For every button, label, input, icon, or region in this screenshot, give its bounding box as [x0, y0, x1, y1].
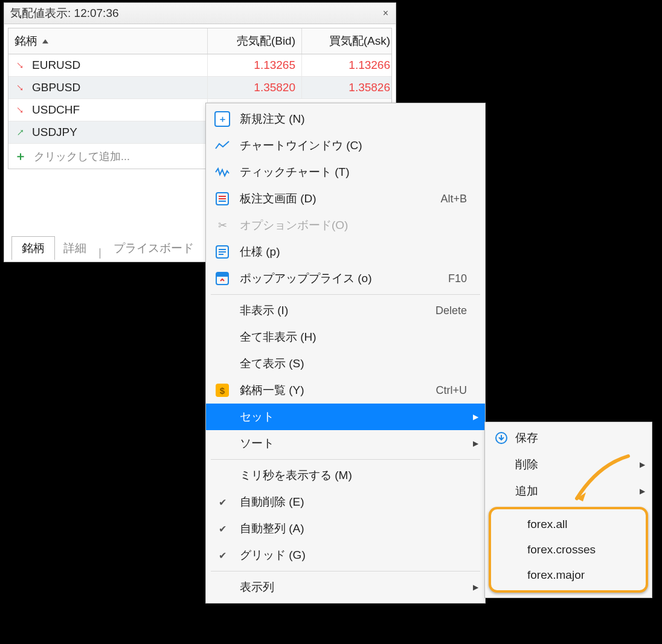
- set-forex-major[interactable]: forex.major: [491, 562, 646, 588]
- bid-value: 1.13265: [208, 54, 302, 76]
- tab-separator: |: [95, 246, 105, 259]
- menu-auto-arrange[interactable]: ✔ 自動整列 (A): [206, 515, 485, 542]
- close-icon[interactable]: ×: [381, 8, 391, 19]
- arrow-down-icon: →: [11, 79, 29, 97]
- menu-popup-prices[interactable]: ポップアッププライス (o) F10: [206, 265, 485, 292]
- spec-icon: [213, 245, 231, 259]
- ask-value: 1.13266: [302, 54, 396, 76]
- context-menu: ＋ 新規注文 (N) チャートウインドウ (C) ティックチャート (T) 板注…: [205, 103, 486, 604]
- arrow-down-icon: →: [11, 101, 29, 119]
- popup-icon: [213, 271, 231, 286]
- menu-columns[interactable]: 表示列 ▶: [206, 574, 485, 601]
- menu-chart-window[interactable]: チャートウインドウ (C): [206, 132, 485, 159]
- menu-show-ms[interactable]: ミリ秒を表示する (M): [206, 462, 485, 489]
- sort-ascending-icon: [42, 39, 48, 43]
- col-ask[interactable]: 買気配(Ask): [302, 28, 396, 54]
- check-icon: ✔: [213, 495, 231, 509]
- submenu-arrow-icon: ▶: [469, 439, 481, 448]
- tab-priceboard[interactable]: プライスボード: [105, 237, 202, 260]
- depth-icon: [213, 192, 231, 206]
- symbol-name: EURUSD: [32, 59, 80, 72]
- tab-symbols[interactable]: 銘柄: [11, 236, 55, 260]
- set-forex-all[interactable]: forex.all: [491, 512, 646, 537]
- menu-show-all[interactable]: 全て表示 (S): [206, 350, 485, 377]
- submenu-save[interactable]: 保存: [485, 425, 652, 451]
- submenu-arrow-icon: ▶: [636, 487, 648, 495]
- chart-icon: [213, 138, 231, 153]
- menu-separator: [211, 571, 480, 572]
- scissors-icon: ✂: [213, 218, 231, 233]
- dollar-icon: $: [216, 384, 229, 397]
- arrow-up-icon: →: [11, 124, 29, 141]
- col-symbol[interactable]: 銘柄: [8, 28, 208, 54]
- menu-sort[interactable]: ソート ▶: [206, 430, 485, 457]
- symbol-name: GBPUSD: [32, 81, 80, 94]
- svg-rect-9: [216, 272, 228, 277]
- menu-depth-of-market[interactable]: 板注文画面 (D) Alt+B: [206, 185, 485, 212]
- submenu-delete[interactable]: 削除 ▶: [485, 451, 652, 478]
- submenu-arrow-icon: ▶: [469, 413, 481, 421]
- tick-chart-icon: [213, 165, 231, 179]
- bid-value: 1.35820: [208, 77, 302, 98]
- submenu-arrow-icon: ▶: [469, 583, 481, 591]
- menu-specification[interactable]: 仕様 (p): [206, 239, 485, 265]
- menu-auto-delete[interactable]: ✔ 自動削除 (E): [206, 489, 485, 515]
- check-icon: ✔: [213, 521, 231, 536]
- menu-grid[interactable]: ✔ グリッド (G): [206, 542, 485, 568]
- menu-sets[interactable]: セット ▶: [206, 404, 485, 430]
- highlighted-sets-group: forex.all forex.crosses forex.major: [489, 507, 648, 593]
- grid-header[interactable]: 銘柄 売気配(Bid) 買気配(Ask): [8, 28, 391, 54]
- panel-title: 気配値表示: 12:07:36: [10, 5, 119, 21]
- menu-hide[interactable]: 非表示 (I) Delete: [206, 297, 485, 324]
- menu-hide-all[interactable]: 全て非表示 (H): [206, 324, 485, 350]
- tab-details[interactable]: 詳細: [55, 237, 95, 260]
- plus-icon: ＋: [14, 148, 27, 164]
- menu-option-board: ✂ オプションボード(O): [206, 212, 485, 239]
- set-forex-crosses[interactable]: forex.crosses: [491, 537, 646, 562]
- menu-tick-chart[interactable]: ティックチャート (T): [206, 159, 485, 185]
- menu-symbol-list[interactable]: $ 銘柄一覧 (Y) Ctrl+U: [206, 377, 485, 404]
- menu-new-order[interactable]: ＋ 新規注文 (N): [206, 106, 485, 132]
- quote-row[interactable]: → EURUSD 1.13265 1.13266: [8, 54, 391, 77]
- panel-titlebar: 気配値表示: 12:07:36 ×: [4, 3, 396, 24]
- ask-value: 1.35826: [302, 77, 396, 98]
- save-icon: [492, 431, 510, 445]
- menu-separator: [211, 294, 480, 295]
- new-order-icon: ＋: [214, 111, 230, 127]
- menu-separator: [211, 459, 480, 460]
- submenu-add[interactable]: 追加 ▶: [485, 478, 652, 504]
- symbol-name: USDJPY: [32, 126, 77, 139]
- submenu-arrow-icon: ▶: [636, 460, 648, 469]
- symbol-name: USDCHF: [32, 103, 80, 117]
- check-icon: ✔: [213, 548, 231, 562]
- add-symbol-label: クリックして追加...: [34, 149, 130, 164]
- arrow-down-icon: →: [11, 57, 29, 74]
- quote-row[interactable]: → GBPUSD 1.35820 1.35826: [8, 77, 391, 99]
- sets-submenu: 保存 削除 ▶ 追加 ▶ forex.all forex.crosses for…: [484, 422, 652, 598]
- col-bid[interactable]: 売気配(Bid): [208, 28, 302, 54]
